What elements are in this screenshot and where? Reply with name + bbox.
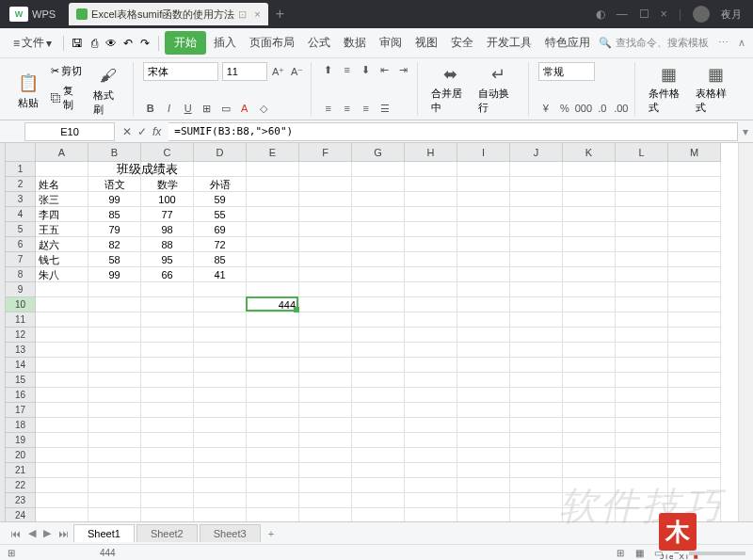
cell-A6[interactable]: 赵六 — [36, 237, 88, 252]
cell-M15[interactable] — [668, 373, 721, 388]
file-menu[interactable]: ≡ 文件 ▾ — [8, 31, 57, 55]
cell-L22[interactable] — [616, 478, 668, 493]
cell-K15[interactable] — [563, 373, 616, 388]
cell-B23[interactable] — [88, 493, 141, 508]
save-icon[interactable]: 🖫 — [70, 36, 85, 51]
cell-B16[interactable] — [88, 388, 141, 403]
cell-G11[interactable] — [352, 312, 405, 328]
cell-A11[interactable] — [36, 312, 88, 328]
cell-C19[interactable] — [141, 433, 194, 448]
cell-C13[interactable] — [141, 343, 194, 358]
cell-M21[interactable] — [668, 463, 721, 478]
cell-C24[interactable] — [141, 508, 194, 521]
cell-F9[interactable] — [299, 282, 352, 297]
cell-I24[interactable] — [457, 508, 510, 521]
cell-H1[interactable] — [405, 162, 457, 177]
cell-K11[interactable] — [563, 312, 616, 328]
cell-F19[interactable] — [299, 433, 352, 448]
cell-B6[interactable]: 82 — [88, 237, 141, 252]
cell-C11[interactable] — [141, 312, 194, 328]
cell-A7[interactable]: 钱七 — [36, 252, 88, 267]
cell-I14[interactable] — [457, 358, 510, 373]
cell-F11[interactable] — [299, 312, 352, 328]
cell-E10[interactable]: 444 — [247, 297, 299, 312]
copy-button[interactable]: ⿻ 复制 — [47, 82, 86, 114]
cell-A16[interactable] — [36, 388, 88, 403]
cell-M17[interactable] — [668, 403, 721, 418]
cell-K21[interactable] — [563, 463, 616, 478]
cell-H11[interactable] — [405, 312, 457, 328]
close-button[interactable]: × — [661, 8, 667, 21]
align-right-icon[interactable]: ≡ — [359, 101, 374, 116]
cell-K10[interactable] — [563, 297, 616, 312]
cell-J20[interactable] — [510, 448, 563, 463]
row-header-13[interactable]: 13 — [6, 343, 36, 358]
sheet-tab-3[interactable]: Sheet3 — [200, 524, 261, 542]
cell-K20[interactable] — [563, 448, 616, 463]
cell-L19[interactable] — [616, 433, 668, 448]
tab-review[interactable]: 审阅 — [374, 31, 408, 55]
cell-D13[interactable] — [194, 343, 247, 358]
undo-icon[interactable]: ↶ — [120, 36, 136, 51]
format-painter-button[interactable]: 🖌 格式刷 — [89, 62, 127, 119]
tab-view[interactable]: 视图 — [409, 31, 443, 55]
align-left-icon[interactable]: ≡ — [321, 101, 336, 116]
cell-D16[interactable] — [194, 388, 247, 403]
row-header-12[interactable]: 12 — [6, 328, 36, 343]
cell-F20[interactable] — [299, 448, 352, 463]
cell-K17[interactable] — [563, 403, 616, 418]
tab-featured[interactable]: 特色应用 — [539, 31, 596, 55]
row-header-20[interactable]: 20 — [6, 448, 36, 463]
cell-H12[interactable] — [405, 328, 457, 343]
cell-M20[interactable] — [668, 448, 721, 463]
cell-A19[interactable] — [36, 433, 88, 448]
cell-A22[interactable] — [36, 478, 88, 493]
cell-L12[interactable] — [616, 328, 668, 343]
cell-B11[interactable] — [88, 312, 141, 328]
distribute-icon[interactable]: ☰ — [377, 101, 393, 116]
cell-J13[interactable] — [510, 343, 563, 358]
cell-C5[interactable]: 98 — [141, 222, 194, 237]
grid-body[interactable]: 班级成绩表姓名语文数学外语张三9910059李四857755王五799869赵六… — [36, 162, 721, 521]
cell-I3[interactable] — [457, 192, 510, 207]
cell-G15[interactable] — [352, 373, 405, 388]
cell-M13[interactable] — [668, 343, 721, 358]
cell-L18[interactable] — [616, 418, 668, 433]
cell-F2[interactable] — [299, 177, 352, 192]
cell-I20[interactable] — [457, 448, 510, 463]
cell-I5[interactable] — [457, 222, 510, 237]
cell-D17[interactable] — [194, 403, 247, 418]
cell-H19[interactable] — [405, 433, 457, 448]
cell-I17[interactable] — [457, 403, 510, 418]
tab-insert[interactable]: 插入 — [208, 31, 242, 55]
fx-icon[interactable]: fx — [152, 125, 161, 138]
cell-F14[interactable] — [299, 358, 352, 373]
cell-C6[interactable]: 88 — [141, 237, 194, 252]
cell-K6[interactable] — [563, 237, 616, 252]
cell-G20[interactable] — [352, 448, 405, 463]
cell-L24[interactable] — [616, 508, 668, 521]
cell-D4[interactable]: 55 — [194, 207, 247, 222]
cell-A1[interactable] — [36, 162, 88, 177]
cell-B18[interactable] — [88, 418, 141, 433]
page-view-icon[interactable]: ▦ — [633, 547, 646, 560]
col-header-C[interactable]: C — [141, 143, 194, 162]
row-header-18[interactable]: 18 — [6, 418, 36, 433]
row-header-22[interactable]: 22 — [6, 478, 36, 493]
cell-D23[interactable] — [194, 493, 247, 508]
cell-B20[interactable] — [88, 448, 141, 463]
cell-M24[interactable] — [668, 508, 721, 521]
cell-G3[interactable] — [352, 192, 405, 207]
cell-H7[interactable] — [405, 252, 457, 267]
cell-F22[interactable] — [299, 478, 352, 493]
cell-H20[interactable] — [405, 448, 457, 463]
cell-A3[interactable]: 张三 — [36, 192, 88, 207]
cell-C12[interactable] — [141, 328, 194, 343]
cell-D21[interactable] — [194, 463, 247, 478]
cell-E2[interactable] — [247, 177, 299, 192]
cell-A2[interactable]: 姓名 — [36, 177, 88, 192]
cell-G24[interactable] — [352, 508, 405, 521]
cell-J3[interactable] — [510, 192, 563, 207]
cell-A20[interactable] — [36, 448, 88, 463]
indent-right-icon[interactable]: ⇥ — [396, 62, 411, 77]
